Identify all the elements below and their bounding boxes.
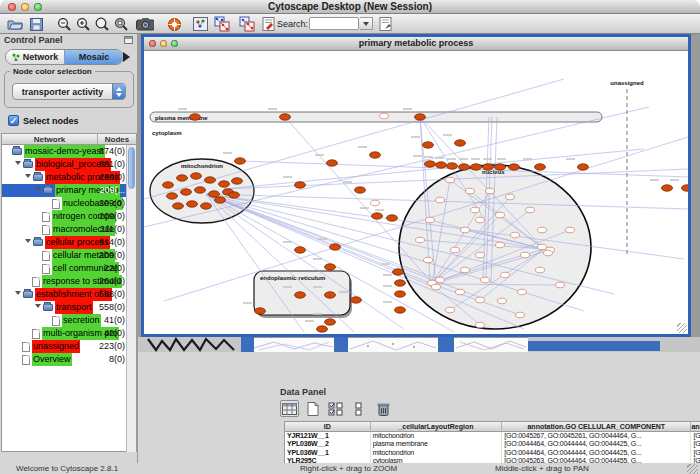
- expand-arrow-icon[interactable]: [15, 161, 21, 168]
- window-titlebar[interactable]: Cytoscape Desktop (New Session): [0, 0, 700, 14]
- network-node-unselected[interactable]: [416, 237, 425, 243]
- network-node-unselected[interactable]: [526, 207, 535, 213]
- tree-row-primary-metabo[interactable]: primary metabo209(...: [2, 184, 136, 197]
- network-node[interactable]: [177, 175, 188, 181]
- network-node[interactable]: [190, 114, 201, 120]
- tree-row-cellular-process[interactable]: cellular process614(0): [2, 236, 136, 249]
- network-node-unselected[interactable]: [566, 227, 575, 233]
- table-column-header[interactable]: annotation.GO MOLECULAR_FUNCTION: [691, 422, 700, 432]
- network-node[interactable]: [483, 164, 494, 170]
- network-node[interactable]: [295, 182, 306, 188]
- network-node-unselected[interactable]: [461, 267, 470, 273]
- network-node[interactable]: [395, 307, 406, 313]
- network-node[interactable]: [370, 152, 381, 158]
- zoom-out-button[interactable]: [55, 16, 73, 32]
- network-node-unselected[interactable]: [371, 200, 380, 206]
- tree-row-response-to-stimulu[interactable]: response to stimulu264(0): [2, 275, 136, 288]
- network-node[interactable]: [173, 203, 184, 209]
- network-node[interactable]: [436, 162, 447, 168]
- network-node[interactable]: [205, 177, 216, 183]
- tree-row-metabolic-process[interactable]: metabolic process280(0): [2, 171, 136, 184]
- network-node-unselected[interactable]: [481, 277, 490, 283]
- network-node-unselected[interactable]: [498, 298, 507, 304]
- network-node-unselected[interactable]: [486, 188, 495, 194]
- network-node-unselected[interactable]: [536, 267, 545, 273]
- unselect-attributes-button[interactable]: [349, 400, 368, 417]
- network-node[interactable]: [215, 197, 226, 203]
- network-node[interactable]: [167, 193, 178, 199]
- network-node[interactable]: [163, 182, 174, 188]
- overlay-network-button-2[interactable]: [238, 16, 256, 32]
- network-node-unselected[interactable]: [501, 272, 510, 278]
- network-node[interactable]: [455, 140, 466, 146]
- network-node-unselected[interactable]: [432, 284, 441, 290]
- network-node[interactable]: [187, 201, 198, 207]
- network-canvas-container[interactable]: .rl{font-size:6px;font-weight:bold;fill:…: [144, 51, 688, 334]
- network-node-unselected[interactable]: [544, 250, 553, 256]
- tree-row-multi-organism-pro[interactable]: multi-organism pro42(0): [2, 327, 136, 340]
- select-attributes-button[interactable]: [326, 400, 345, 417]
- network-node[interactable]: [509, 164, 520, 170]
- network-node[interactable]: [219, 181, 230, 187]
- tree-row-biological-process[interactable]: biological_process651(0): [2, 158, 136, 171]
- network-node-unselected[interactable]: [456, 289, 465, 295]
- search-options-button[interactable]: [377, 16, 395, 32]
- network-node[interactable]: [232, 178, 243, 184]
- delete-attribute-button[interactable]: [374, 400, 393, 417]
- network-node-unselected[interactable]: [380, 113, 389, 119]
- network-node-unselected[interactable]: [518, 289, 527, 295]
- open-session-button[interactable]: [6, 16, 24, 32]
- network-node[interactable]: [209, 191, 220, 197]
- overlay-network-button-1[interactable]: [213, 16, 231, 32]
- network-node-unselected[interactable]: [516, 312, 525, 318]
- network-node-unselected[interactable]: [424, 257, 433, 263]
- tree-row-nucleobase-co[interactable]: nucleobase-co209(0): [2, 197, 136, 210]
- network-node[interactable]: [423, 142, 434, 148]
- view-resize-grip[interactable]: [677, 323, 687, 333]
- network-node[interactable]: [393, 269, 404, 275]
- network-node[interactable]: [295, 292, 306, 298]
- network-node-unselected[interactable]: [556, 282, 565, 288]
- table-row[interactable]: YJR121W__1mitochondrion[GO:0045267, GO:0…: [285, 432, 700, 440]
- network-window-titlebar[interactable]: primary metabolic process: [144, 37, 688, 51]
- expand-arrow-icon[interactable]: [25, 174, 31, 181]
- network-node[interactable]: [447, 163, 458, 169]
- table-row[interactable]: YPL036W__1mitochondrion[GO:0044464, GO:0…: [285, 449, 700, 457]
- network-node[interactable]: [415, 114, 426, 120]
- select-nodes-checkbox[interactable]: ✓: [8, 115, 19, 126]
- network-node-unselected[interactable]: [436, 197, 445, 203]
- network-node[interactable]: [235, 158, 246, 164]
- tree-row-unassigned[interactable]: unassigned223(0): [2, 340, 136, 353]
- network-node[interactable]: [317, 326, 328, 332]
- network-node-unselected[interactable]: [426, 217, 435, 223]
- annotation-button[interactable]: [260, 16, 278, 32]
- tree-row-nitrogen-compo[interactable]: nitrogen compo209(0): [2, 210, 136, 223]
- background-network-thumbnail[interactable]: [454, 337, 528, 352]
- tree-row-mosaic-demo-yeast[interactable]: mosaic-demo-yeast874(0): [2, 145, 136, 158]
- network-node[interactable]: [330, 244, 341, 250]
- network-node[interactable]: [295, 247, 306, 253]
- color-attribute-dropdown[interactable]: transporter activity: [12, 83, 126, 100]
- expand-arrow-icon[interactable]: [25, 239, 31, 246]
- network-node-unselected[interactable]: [446, 177, 455, 183]
- network-node[interactable]: [195, 187, 206, 193]
- tree-row-cellular-metabo[interactable]: cellular metabo209(0): [2, 249, 136, 262]
- network-node-unselected[interactable]: [451, 247, 460, 253]
- network-node-unselected[interactable]: [496, 212, 505, 218]
- network-node[interactable]: [181, 189, 192, 195]
- network-node[interactable]: [395, 280, 406, 286]
- network-node[interactable]: [471, 164, 482, 170]
- tab-mosaic[interactable]: Mosaic: [64, 50, 123, 64]
- background-network-thumbnail[interactable]: [254, 337, 334, 352]
- tree-row-secretion[interactable]: secretion41(0): [2, 314, 136, 327]
- tree-row-macromolecule[interactable]: macromolecule311(0): [2, 223, 136, 236]
- network-node-unselected[interactable]: [476, 252, 485, 258]
- snapshot-button[interactable]: [136, 16, 154, 32]
- table-row[interactable]: YPL036W__2plasma membrane[GO:0044464, GO…: [285, 440, 700, 448]
- network-node-unselected[interactable]: [506, 194, 515, 200]
- window-resize-grip[interactable]: [687, 464, 698, 474]
- network-node-unselected[interactable]: [511, 232, 520, 238]
- network-view-window[interactable]: primary metabolic process .rl{font-size:…: [141, 34, 691, 337]
- zoom-in-button[interactable]: [74, 16, 92, 32]
- network-node[interactable]: [280, 114, 291, 120]
